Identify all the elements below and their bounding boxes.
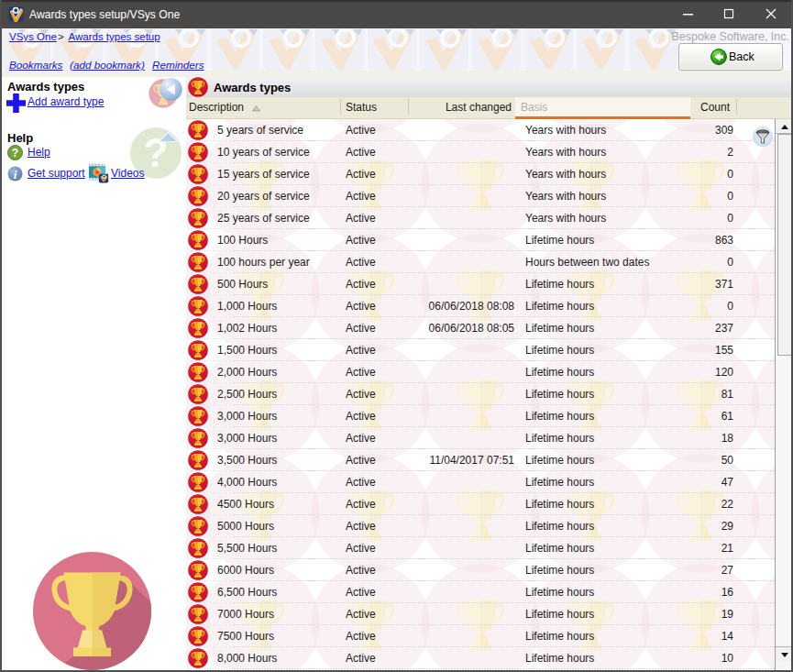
svg-text:i: i: [14, 168, 17, 182]
svg-text:?: ?: [12, 147, 18, 160]
